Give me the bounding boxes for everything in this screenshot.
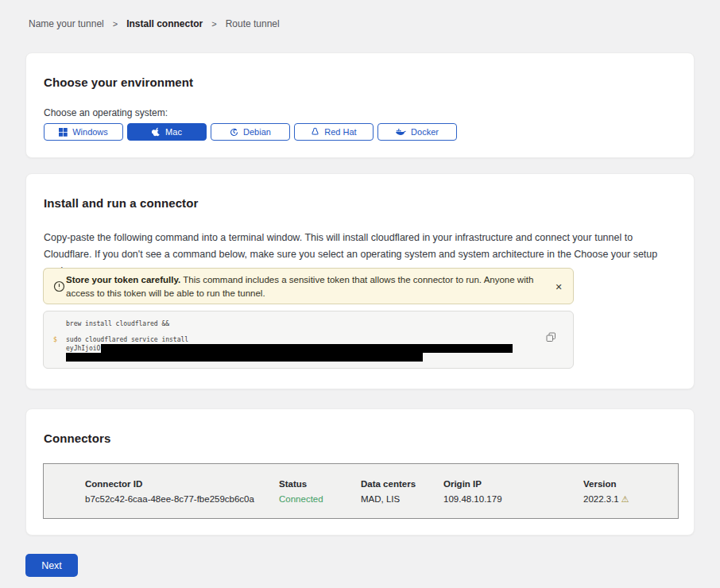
redaction-bar: [66, 353, 423, 362]
status-badge: Connected: [279, 494, 361, 505]
breadcrumb-install-connector[interactable]: Install connector: [126, 18, 203, 29]
breadcrumb: Name your tunnel > Install connector > R…: [29, 18, 280, 29]
token-warning-banner: Store your token carefully. This command…: [43, 268, 574, 304]
os-button-label: Red Hat: [324, 127, 356, 137]
os-button-label: Windows: [72, 127, 108, 137]
version-value: 2022.3.1⚠: [583, 494, 678, 505]
connector-id-value: b7c52c42-6caa-48ee-8c77-fbe259cb6c0a: [85, 494, 279, 505]
header-origin-ip: Origin IP: [443, 479, 583, 489]
header-status: Status: [279, 479, 361, 489]
install-connector-title: Install and run a connector: [44, 196, 198, 210]
origin-ip-value: 109.48.10.179: [443, 494, 583, 505]
table-row: b7c52c42-6caa-48ee-8c77-fbe259cb6c0a Con…: [44, 489, 678, 505]
shell-prompt: $: [53, 336, 57, 343]
token-warning-title: Store your token carefully.: [66, 275, 180, 284]
apple-icon: [152, 127, 161, 137]
os-button-group: Windows Mac Debian Red Hat Docker: [44, 123, 457, 141]
os-button-mac[interactable]: Mac: [127, 123, 207, 141]
command-line-2: sudo cloudflared service install: [66, 336, 188, 343]
redhat-icon: [311, 127, 319, 137]
token-prefix: eyJhIjoiO: [66, 345, 100, 352]
os-button-docker[interactable]: Docker: [377, 123, 457, 141]
docker-icon: [396, 128, 406, 137]
os-button-label: Mac: [165, 127, 182, 137]
choose-environment-title: Choose your environment: [44, 75, 193, 89]
os-button-debian[interactable]: Debian: [211, 123, 290, 141]
next-button[interactable]: Next: [25, 554, 78, 577]
choose-environment-card: Choose your environment Choose an operat…: [25, 52, 695, 158]
command-token-line: eyJhIjoiO: [66, 344, 513, 353]
connectors-title: Connectors: [44, 431, 110, 445]
close-icon[interactable]: ✕: [551, 279, 567, 295]
version-number: 2022.3.1: [583, 494, 619, 504]
breadcrumb-separator: >: [113, 19, 118, 29]
os-select-label: Choose an operating system:: [44, 107, 168, 118]
os-button-windows[interactable]: Windows: [44, 123, 123, 141]
connectors-table: Connector ID Status Data centers Origin …: [43, 463, 679, 519]
header-data-centers: Data centers: [361, 479, 443, 489]
install-command-block: brew install cloudflared && $ sudo cloud…: [43, 311, 574, 369]
info-circle-icon: [53, 280, 65, 296]
header-connector-id: Connector ID: [85, 479, 279, 489]
os-button-label: Debian: [243, 127, 271, 137]
token-warning-text: Store your token carefully. This command…: [66, 273, 557, 300]
install-connector-card: Install and run a connector Copy-paste t…: [25, 173, 695, 389]
os-button-redhat[interactable]: Red Hat: [294, 123, 374, 141]
copy-icon[interactable]: [544, 332, 557, 345]
os-button-label: Docker: [411, 127, 439, 137]
table-header-row: Connector ID Status Data centers Origin …: [44, 464, 678, 489]
header-version: Version: [583, 479, 678, 489]
connectors-card: Connectors Connector ID Status Data cent…: [25, 408, 695, 536]
breadcrumb-separator: >: [211, 19, 216, 29]
redaction-bar: [101, 344, 513, 353]
breadcrumb-name-your-tunnel[interactable]: Name your tunnel: [29, 18, 104, 29]
debian-icon: [230, 128, 238, 137]
data-centers-value: MAD, LIS: [361, 494, 443, 505]
breadcrumb-route-tunnel[interactable]: Route tunnel: [226, 18, 280, 29]
command-line-1: brew install cloudflared &&: [66, 320, 169, 327]
warning-triangle-icon: ⚠: [621, 494, 629, 505]
windows-icon: [59, 128, 68, 137]
